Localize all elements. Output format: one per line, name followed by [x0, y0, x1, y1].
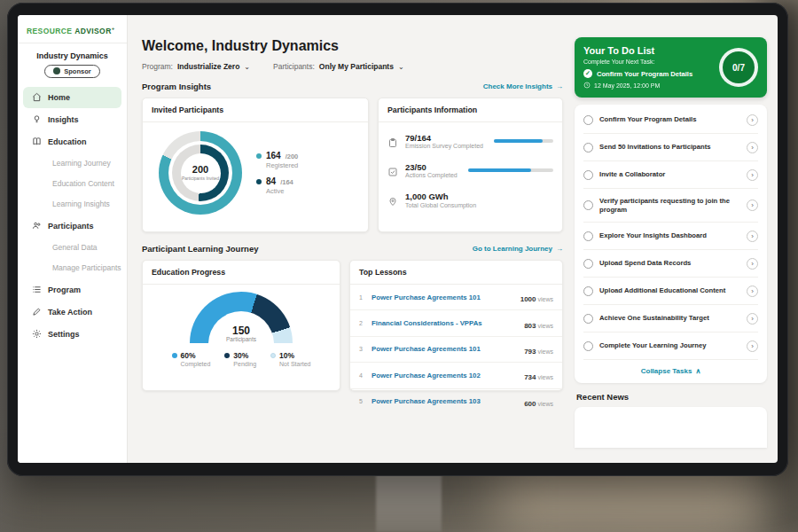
lesson-link[interactable]: Power Purchase Agreements 101: [372, 293, 515, 301]
lesson-rank: 3: [359, 346, 366, 352]
chevron-right-icon[interactable]: ›: [747, 258, 758, 270]
sidebar-item-settings[interactable]: Settings: [23, 324, 121, 345]
task-checkbox[interactable]: [583, 341, 593, 351]
views-unit: views: [537, 323, 553, 329]
org-name: Industry Dynamics: [21, 51, 123, 60]
sidebar-item-manage-participants[interactable]: Manage Participants: [23, 258, 121, 278]
gauge-center-value: 150: [190, 325, 293, 336]
monitor: RESOURCE ADVISOR+ Industry Dynamics Spon…: [7, 3, 788, 476]
views-count: 1000: [520, 295, 536, 303]
todo-summary-card: Your To Do List Complete Your Next Task:…: [575, 37, 767, 98]
top-lessons-card: Top Lessons 1 Power Purchase Agreements …: [349, 260, 563, 391]
chevron-right-icon[interactable]: ›: [747, 169, 758, 181]
legend-item-registered: 164 /200 Registered: [256, 151, 298, 169]
collapse-tasks-link[interactable]: Collapse Tasks ∧: [583, 360, 758, 379]
sidebar-item-participants[interactable]: Participants: [23, 215, 121, 237]
task-row[interactable]: Explore Your Insights Dashboard ›: [583, 223, 758, 250]
task-label: Confirm Your Program Details: [599, 115, 740, 124]
lesson-rank: 5: [359, 398, 366, 404]
recent-news-title: Recent News: [576, 392, 765, 402]
lesson-link[interactable]: Power Purchase Agreements 103: [372, 397, 519, 405]
gauge-center-label: Participants: [190, 336, 293, 342]
lightbulb-icon: [32, 114, 42, 124]
chevron-up-icon: ∧: [695, 367, 700, 375]
task-checkbox[interactable]: [583, 286, 593, 296]
legend-item-active: 84 /164 Active: [256, 176, 298, 195]
invited-body: 200 Participants Invited 164 /200: [143, 122, 368, 222]
task-label: Achieve One Sustainability Target: [599, 314, 740, 323]
progress-bar: [494, 139, 553, 143]
participants-dropdown[interactable]: Participants: Only My Participants ⌄: [273, 62, 404, 71]
chevron-right-icon[interactable]: ›: [747, 286, 758, 297]
link-label: Go to Learning Journey: [473, 245, 552, 253]
sidebar-item-take-action[interactable]: Take Action: [23, 301, 121, 323]
task-label: Send 50 Invitations to Participants: [599, 143, 740, 152]
sponsor-badge[interactable]: Sponsor: [44, 65, 99, 78]
views-unit: views: [537, 296, 553, 302]
card-title: Participants Information: [379, 98, 562, 122]
legend-label: Active: [266, 187, 298, 195]
legend-item-pending: 30% Pending: [224, 351, 256, 367]
chevron-right-icon[interactable]: ›: [747, 231, 758, 242]
task-row[interactable]: Upload Spend Data Records ›: [583, 250, 758, 278]
sidebar-item-program[interactable]: Program: [23, 279, 121, 301]
sidebar-item-home[interactable]: Home: [23, 87, 121, 108]
check-square-icon: [387, 165, 398, 176]
sidebar-item-general-data[interactable]: General Data: [23, 238, 121, 258]
task-row[interactable]: Send 50 Invitations to Participants ›: [583, 134, 758, 161]
lesson-link[interactable]: Power Purchase Agreements 102: [372, 372, 519, 379]
task-row[interactable]: Confirm Your Program Details ›: [583, 106, 758, 134]
program-dropdown[interactable]: Program: Industrialize Zero ⌄: [142, 62, 250, 71]
check-more-insights-link[interactable]: Check More Insights →: [483, 82, 563, 90]
lesson-row: 1 Power Purchase Agreements 101 1000view…: [350, 285, 562, 310]
task-checkbox[interactable]: [583, 314, 593, 324]
participants-label: Participants:: [273, 62, 315, 71]
task-checkbox[interactable]: [583, 200, 593, 210]
task-row[interactable]: Achieve One Sustainability Target ›: [583, 305, 758, 332]
stat-value: 79/164: [405, 133, 483, 143]
stat-label: Actions Completed: [405, 172, 458, 178]
lesson-row: 5 Power Purchase Agreements 103 600views: [350, 389, 562, 414]
sidebar-item-education[interactable]: Education: [23, 131, 121, 153]
chevron-right-icon[interactable]: ›: [747, 340, 758, 352]
sidebar-item-learning-journey[interactable]: Learning Journey: [23, 153, 121, 174]
chevron-right-icon[interactable]: ›: [747, 200, 758, 211]
brand-plus: +: [112, 26, 115, 31]
stat-label: Emission Survey Completed: [405, 143, 483, 149]
task-label: Complete Your Learning Journey: [599, 341, 740, 350]
lesson-rank: 2: [359, 320, 366, 326]
lesson-link[interactable]: Financial Considerations - VPPAs: [372, 319, 519, 327]
views-unit: views: [537, 401, 553, 407]
invited-participants-card: Invited Participants 200 Participants In…: [142, 98, 369, 232]
sidebar-item-learning-insights[interactable]: Learning Insights: [23, 194, 121, 215]
donut-center-label: Participants Invited: [182, 176, 219, 182]
donut-center-value: 200: [192, 165, 208, 175]
task-row[interactable]: Complete Your Learning Journey ›: [583, 332, 758, 360]
task-row[interactable]: Verify participants requesting to join t…: [583, 189, 758, 223]
task-checkbox[interactable]: [583, 259, 593, 269]
stat-label: Total Global Consumption: [405, 202, 476, 208]
legend-value: 10%: [279, 351, 294, 360]
sidebar-item-insights[interactable]: Insights: [23, 109, 121, 130]
task-checkbox[interactable]: [583, 170, 593, 180]
legend-of: /164: [280, 178, 293, 186]
page-title: Welcome, Industry Dynamics: [142, 38, 563, 54]
go-to-learning-journey-link[interactable]: Go to Learning Journey →: [473, 245, 563, 253]
chevron-right-icon[interactable]: ›: [747, 142, 758, 153]
todo-progress-ring: 0/7: [719, 48, 758, 87]
task-row[interactable]: Invite a Collaborator ›: [583, 161, 758, 189]
chevron-down-icon: ⌄: [398, 63, 404, 71]
task-checkbox[interactable]: [583, 231, 593, 241]
views-unit: views: [537, 374, 553, 380]
task-checkbox[interactable]: [583, 115, 593, 125]
chevron-right-icon[interactable]: ›: [747, 114, 758, 126]
main-content: Welcome, Industry Dynamics Program: Indu…: [128, 15, 575, 463]
chevron-right-icon[interactable]: ›: [747, 313, 758, 325]
insights-cards-row: Invited Participants 200 Participants In…: [142, 98, 563, 232]
lesson-link[interactable]: Power Purchase Agreements 101: [372, 345, 519, 353]
sidebar-item-education-content[interactable]: Education Content: [23, 174, 121, 194]
learning-journey-header: Participant Learning Journey Go to Learn…: [142, 244, 563, 254]
progress-bar: [468, 168, 553, 172]
task-checkbox[interactable]: [583, 143, 593, 153]
task-row[interactable]: Upload Additional Educational Content ›: [583, 278, 758, 305]
